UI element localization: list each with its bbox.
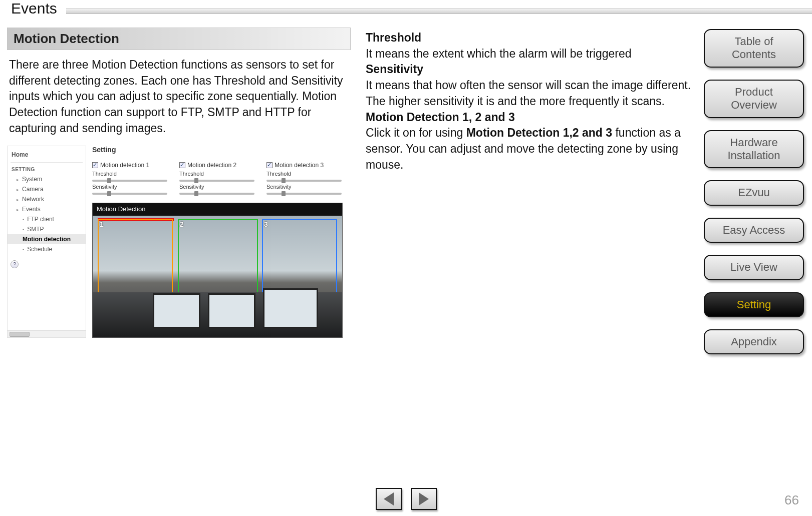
right-column: Threshold It means the extent which the … (366, 30, 691, 173)
settings-screenshot: Home SETTING System Camera Network Event… (7, 146, 350, 338)
mock-setting-header: SETTING (8, 165, 86, 174)
mock-sidebar: Home SETTING System Camera Network Event… (7, 146, 86, 338)
nav-toc-button[interactable]: Table of Contents (704, 29, 804, 68)
help-icon: ? (11, 260, 19, 268)
mock-nav-schedule: Schedule (8, 244, 86, 254)
left-column: Motion Detection There are three Motion … (7, 28, 351, 338)
mock-md-controls: Motion detection 1 Threshold Sensitivity… (92, 162, 350, 196)
mock-home: Home (8, 146, 86, 161)
mock-video-title: Motion Detection (93, 203, 342, 215)
slider-icon (92, 180, 167, 182)
checkbox-icon (179, 162, 185, 168)
nav-hardware-button[interactable]: Hardware Installation (704, 130, 804, 169)
mock-scrollbar (8, 330, 86, 337)
pager (376, 488, 437, 510)
checkbox-icon (266, 162, 273, 168)
md2-threshold-label: Threshold (179, 171, 254, 177)
mock-video-panel: Motion Detection 1 2 3 (92, 203, 343, 338)
nav-appendix-button[interactable]: Appendix (704, 329, 804, 354)
divider (11, 162, 83, 163)
threshold-heading: Threshold (366, 30, 691, 46)
md123-text-a: Click it on for using (366, 126, 466, 139)
mock-video-scene: 1 2 3 (93, 216, 342, 337)
mock-md1: Motion detection 1 Threshold Sensitivity (92, 162, 167, 196)
checkbox-icon (92, 162, 98, 168)
scene-monitor (263, 288, 318, 328)
mock-nav-ftp: FTP client (8, 214, 86, 224)
md1-sensitivity-label: Sensitivity (92, 184, 167, 190)
arrow-left-icon (384, 492, 394, 505)
slider-icon (92, 193, 167, 195)
detection-zone-2: 2 (178, 219, 258, 299)
nav-liveview-button[interactable]: Live View (704, 255, 804, 280)
md1-threshold-label: Threshold (92, 171, 167, 177)
sensitivity-heading: Sensitivity (366, 62, 691, 78)
page-number: 66 (784, 492, 799, 508)
md2-sensitivity-label: Sensitivity (179, 184, 254, 190)
detection-zone-1: 1 (98, 219, 173, 294)
mock-nav-events: Events (8, 204, 86, 214)
mock-md3: Motion detection 3 Threshold Sensitivity (266, 162, 342, 196)
md1-name: Motion detection 1 (100, 162, 149, 169)
section-heading: Motion Detection (7, 28, 351, 50)
page-title: Events (0, 0, 66, 17)
mock-nav-system: System (8, 174, 86, 184)
detection-zone-3: 3 (262, 219, 337, 294)
mock-nav-camera: Camera (8, 184, 86, 194)
mock-nav-motion: Motion detection (8, 234, 86, 244)
md3-name: Motion detection 3 (275, 162, 324, 169)
md2-name: Motion detection 2 (187, 162, 236, 169)
slider-icon (179, 180, 254, 182)
nav-product-button[interactable]: Product Overview (704, 80, 804, 118)
md3-threshold-label: Threshold (266, 171, 342, 177)
nav-ezvuu-button[interactable]: EZvuu (704, 180, 804, 205)
mock-nav-network: Network (8, 194, 86, 204)
doc-nav-sidebar: Table of Contents Product Overview Hardw… (704, 29, 804, 354)
mock-main-title: Setting (92, 146, 350, 154)
nav-easyaccess-button[interactable]: Easy Access (704, 218, 804, 243)
scene-monitor (153, 293, 200, 328)
scene-monitor (208, 293, 255, 328)
title-bar: Events (0, 0, 812, 17)
sensitivity-body: It means that how often the sensor will … (366, 78, 691, 109)
md3-sensitivity-label: Sensitivity (266, 184, 342, 190)
prev-page-button[interactable] (376, 488, 402, 510)
arrow-right-icon (419, 492, 429, 505)
next-page-button[interactable] (411, 488, 437, 510)
md123-body: Click it on for using Motion Detection 1… (366, 125, 691, 173)
slider-icon (266, 193, 342, 195)
mock-nav-smtp: SMTP (8, 224, 86, 234)
section-intro: There are three Motion Detection functio… (7, 57, 351, 146)
md123-bold: Motion Detection 1,2 and 3 (466, 126, 612, 139)
threshold-body: It means the extent which the alarm will… (366, 46, 691, 62)
slider-icon (266, 180, 342, 182)
title-divider (66, 8, 812, 14)
slider-icon (179, 193, 254, 195)
nav-setting-button[interactable]: Setting (704, 292, 804, 317)
md123-heading: Motion Detection 1, 2 and 3 (366, 110, 691, 126)
mock-md2: Motion detection 2 Threshold Sensitivity (179, 162, 254, 196)
mock-main: Setting Motion detection 1 Threshold Sen… (92, 146, 350, 338)
